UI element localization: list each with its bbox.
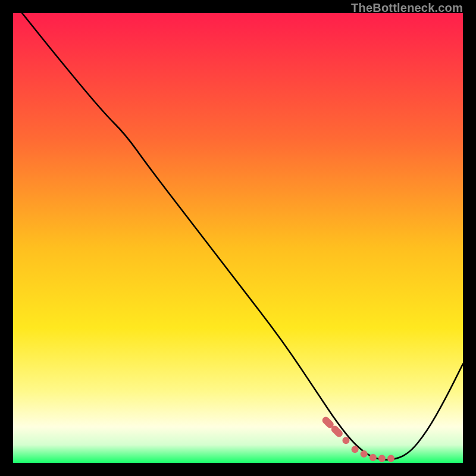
watermark-text: TheBottleneck.com	[351, 1, 463, 15]
optimal-dot	[387, 455, 394, 462]
gradient-background	[13, 13, 463, 463]
bottleneck-chart	[13, 13, 463, 463]
chart-frame	[13, 13, 463, 463]
